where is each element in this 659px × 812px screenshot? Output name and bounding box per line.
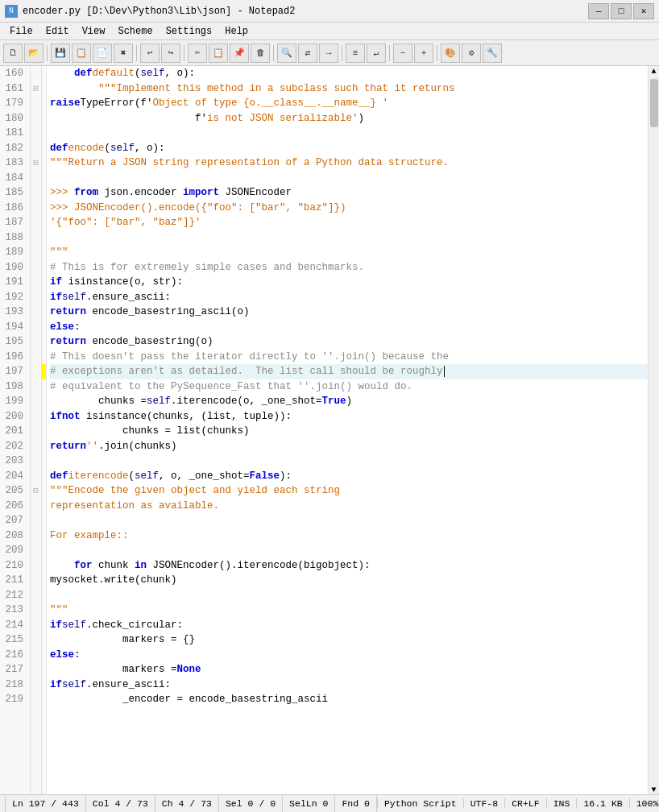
code-line[interactable]: # equivalent to the PySequence_Fast that… (50, 379, 648, 395)
view-options-button[interactable]: ≡ (346, 44, 365, 63)
save-button[interactable]: 💾 (51, 44, 70, 63)
code-line[interactable]: def default(self, o): (50, 66, 648, 81)
code-line[interactable] (50, 588, 648, 603)
code-line[interactable]: >>> from json.encoder import JSONEncoder (50, 185, 648, 201)
scroll-down-button[interactable]: ▼ (650, 785, 658, 794)
bookmark-cell (42, 245, 46, 260)
status-language[interactable]: Python Script (377, 798, 464, 809)
line-number: 205 (0, 483, 27, 499)
scheme-button[interactable]: 🎨 (441, 44, 460, 63)
code-line[interactable]: >>> JSONEncoder().encode({"foo": ["bar",… (50, 201, 648, 216)
code-line[interactable]: """Encode the given object and yield eac… (50, 483, 648, 499)
settings-button[interactable]: ⚙ (462, 44, 481, 63)
status-line-ending[interactable]: CR+LF (505, 798, 547, 809)
code-line[interactable]: For example:: (50, 528, 648, 544)
code-line[interactable]: if self.check_circular: (50, 618, 648, 633)
code-line[interactable]: if self.ensure_ascii: (50, 677, 648, 693)
line-number: 219 (0, 692, 27, 707)
code-line[interactable]: chunks = list(chunks) (50, 424, 648, 439)
status-encoding[interactable]: UTF-8 (464, 798, 506, 809)
bookmark-cell (42, 469, 46, 484)
undo-button[interactable]: ↩ (140, 44, 160, 63)
fold-marker[interactable]: ⊟ (31, 483, 41, 499)
scrollbar[interactable]: ▲ ▼ (648, 66, 659, 794)
status-zoom[interactable]: 100% (630, 798, 659, 809)
fold-marker[interactable]: ⊟ (31, 81, 41, 97)
title-bar: N encoder.py [D:\Dev\Python3\Lib\json] -… (0, 0, 659, 23)
code-line[interactable]: # exceptions aren't as detailed. The lis… (50, 364, 648, 379)
menu-settings[interactable]: Settings (160, 24, 219, 39)
code-line[interactable]: return encode_basestring_ascii(o) (50, 304, 648, 320)
code-line[interactable]: # This is for extremely simple cases and… (50, 260, 648, 276)
close-file-button[interactable]: ✖ (114, 44, 133, 63)
save-as-button[interactable]: 📋 (72, 44, 91, 63)
bookmark-cell (42, 304, 46, 320)
code-line[interactable] (50, 126, 648, 141)
tools-button[interactable]: 🔧 (483, 44, 502, 63)
code-line[interactable]: if isinstance(o, str): (50, 275, 648, 290)
menu-scheme[interactable]: Scheme (111, 24, 159, 39)
menu-edit[interactable]: Edit (39, 24, 76, 39)
code-line[interactable]: f'is not JSON serializable') (50, 111, 648, 126)
code-line[interactable]: else: (50, 648, 648, 663)
code-line[interactable]: representation as available. (50, 499, 648, 514)
fold-marker (31, 275, 41, 290)
fold-marker (31, 66, 41, 81)
code-line[interactable] (50, 513, 648, 528)
code-line[interactable]: _encoder = encode_basestring_ascii (50, 692, 648, 707)
copy-button[interactable]: 📋 (209, 44, 228, 63)
minimize-button[interactable]: — (588, 3, 609, 19)
code-line[interactable]: markers = None (50, 662, 648, 677)
word-wrap-button[interactable]: ↵ (367, 44, 386, 63)
delete-button[interactable]: 🗑 (251, 44, 270, 63)
fold-markers[interactable]: ⊟⊟⊟ (31, 66, 42, 794)
code-line[interactable]: # This doesn't pass the iterator directl… (50, 350, 648, 365)
code-line[interactable]: if not isinstance(chunks, (list, tuple))… (50, 409, 648, 425)
fold-marker (31, 245, 41, 260)
replace-button[interactable]: ⇄ (298, 44, 317, 63)
code-line[interactable]: def encode(self, o): (50, 141, 648, 156)
fold-marker[interactable]: ⊟ (31, 155, 41, 171)
code-line[interactable]: mysocket.write(chunk) (50, 573, 648, 588)
code-line[interactable]: """Implement this method in a subclass s… (50, 81, 648, 97)
code-line[interactable]: for chunk in JSONEncoder().iterencode(bi… (50, 558, 648, 574)
code-line[interactable]: else: (50, 320, 648, 335)
menu-file[interactable]: File (3, 24, 39, 39)
zoom-out-button[interactable]: − (393, 44, 412, 63)
code-line[interactable]: """ (50, 245, 648, 260)
code-line[interactable]: raise TypeError(f'Object of type {o.__cl… (50, 96, 648, 111)
code-line[interactable]: """ (50, 603, 648, 618)
code-line[interactable] (50, 454, 648, 469)
new-button[interactable]: 🗋 (3, 44, 23, 63)
code-line[interactable]: markers = {} (50, 632, 648, 648)
code-area[interactable]: def default(self, o): """Implement this … (47, 66, 648, 794)
code-line[interactable]: chunks = self.iterencode(o, _one_shot=Tr… (50, 394, 648, 409)
line-number: 193 (0, 304, 27, 320)
code-line[interactable] (50, 543, 648, 558)
code-line[interactable] (50, 230, 648, 246)
toolbar-separator-1 (47, 45, 48, 61)
open-button[interactable]: 📂 (24, 44, 44, 63)
redo-button[interactable]: ↪ (161, 44, 180, 63)
code-line[interactable] (50, 171, 648, 186)
code-line[interactable]: '{"foo": ["bar", "baz"]}' (50, 215, 648, 230)
code-line[interactable]: """Return a JSON string representation o… (50, 155, 648, 171)
menu-help[interactable]: Help (218, 24, 255, 39)
code-line[interactable]: def iterencode(self, o, _one_shot=False)… (50, 469, 648, 484)
editor-container[interactable]: 1601611791801811821831841851861871881891… (0, 66, 659, 794)
scroll-thumb[interactable] (650, 79, 658, 127)
paste-button[interactable]: 📌 (230, 44, 249, 63)
cut-button[interactable]: ✂ (188, 44, 207, 63)
save-copy-button[interactable]: 📄 (93, 44, 112, 63)
bookmark-cell (42, 111, 46, 126)
menu-view[interactable]: View (76, 24, 112, 39)
code-line[interactable]: return ''.join(chunks) (50, 439, 648, 454)
find-button[interactable]: 🔍 (277, 44, 296, 63)
maximize-button[interactable]: □ (611, 3, 632, 19)
close-button[interactable]: ✕ (633, 3, 654, 19)
code-line[interactable]: return encode_basestring(o) (50, 334, 648, 350)
scroll-up-button[interactable]: ▲ (650, 66, 658, 76)
goto-button[interactable]: → (319, 44, 338, 63)
zoom-in-button[interactable]: + (414, 44, 433, 63)
code-line[interactable]: if self.ensure_ascii: (50, 290, 648, 305)
